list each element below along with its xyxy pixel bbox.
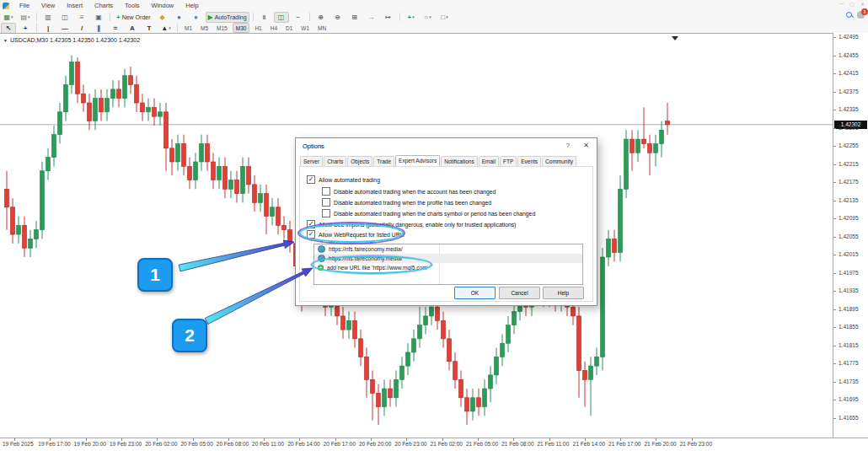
timeframe-mn[interactable]: MN (314, 23, 330, 33)
ok-button[interactable]: OK (454, 287, 496, 299)
tab-expert-advisors[interactable]: Expert Advisors (395, 155, 440, 166)
time-axis-label: 20 Feb 20:00 (359, 441, 391, 447)
step-label-2: 2 (172, 319, 207, 352)
candle (158, 103, 163, 126)
tab-trade[interactable]: Trade (373, 156, 394, 166)
menu-insert[interactable]: Insert (61, 2, 88, 9)
dialog-close-icon[interactable]: ✕ (583, 142, 589, 149)
checkbox-unchecked[interactable] (322, 187, 330, 196)
zoom-in-button[interactable]: ⊕ (313, 12, 329, 23)
menu-help[interactable]: Help (179, 2, 204, 9)
cursor-button[interactable]: ↖ (1, 23, 16, 34)
tab-server[interactable]: Server (300, 156, 323, 166)
checkbox-unchecked[interactable] (322, 198, 330, 207)
toolbar-separator (36, 13, 37, 21)
timeframe-m30[interactable]: M30 (233, 23, 250, 33)
url-list-item[interactable]: https://nfs.faireconomy.media/ (314, 244, 582, 254)
candle (123, 69, 127, 108)
strategy-tester-button[interactable]: ● (172, 12, 187, 23)
horizontal-line-button[interactable]: — (57, 23, 72, 34)
close-icon[interactable]: ✕ (860, 1, 865, 7)
timeframe-m5[interactable]: M5 (197, 23, 212, 33)
terminal-button[interactable]: ▣ (91, 12, 106, 23)
menu-view[interactable]: View (35, 2, 61, 9)
new-order-button[interactable]: +New Order (114, 12, 153, 23)
chart-shift-button[interactable]: ↦ (381, 12, 396, 23)
candle (265, 185, 269, 234)
tab-objects[interactable]: Objects (347, 156, 372, 166)
help-button[interactable]: Help (543, 287, 584, 299)
community-button[interactable]: ● (189, 12, 204, 23)
vertical-line-button[interactable]: | (40, 23, 56, 34)
dialog-title-bar[interactable]: Options ? ✕ (296, 138, 597, 153)
candle (105, 89, 110, 121)
label-button[interactable]: T (142, 23, 157, 34)
candle (241, 158, 245, 203)
tab-ftp[interactable]: FTP (500, 156, 517, 166)
candlestick-chart-button[interactable]: ◫ (274, 12, 289, 23)
candle (99, 89, 104, 121)
checkbox-checked[interactable]: ✓ (307, 175, 315, 184)
minimize-icon[interactable]: — (839, 1, 844, 7)
navigator-button[interactable]: ≡ (74, 12, 89, 23)
menu-file[interactable]: File (13, 2, 35, 9)
search-bell-area: 1 (846, 11, 865, 19)
text-button[interactable]: A (125, 23, 140, 34)
templates-button[interactable]: □▾ (437, 12, 453, 23)
auto-scroll-button[interactable]: → (364, 12, 379, 23)
menu-charts[interactable]: Charts (88, 2, 119, 9)
shapes-button[interactable]: ▲▾ (158, 23, 174, 34)
dialog-help-button[interactable]: ? (566, 142, 570, 149)
profiles-button[interactable]: ▤▾ (18, 12, 33, 23)
fibonacci-button[interactable]: ≈ (108, 23, 123, 34)
auto-scroll-icon: → (368, 13, 375, 21)
menu-tools[interactable]: Tools (119, 2, 146, 9)
tab-email[interactable]: Email (479, 156, 499, 166)
candle (453, 352, 458, 389)
new-chart-button[interactable]: ▦▾ (1, 12, 16, 23)
checkbox-unchecked[interactable] (322, 209, 330, 217)
dropdown-arrow-icon: ▾ (429, 14, 431, 19)
candle (282, 217, 287, 239)
data-window-button[interactable]: ◫ (57, 12, 72, 23)
timeframe-d1[interactable]: D1 (282, 23, 296, 33)
periods-button[interactable]: ○▾ (421, 12, 436, 23)
tile-windows-button[interactable]: ⊞ (347, 12, 362, 23)
search-icon[interactable] (846, 12, 853, 19)
trendline-button[interactable]: / (74, 23, 89, 34)
autotrading-button[interactable]: ▶AutoTrading (206, 12, 249, 23)
zoom-out-icon: ⊖ (335, 13, 340, 21)
market-watch-button[interactable]: ▥ (40, 12, 56, 23)
tab-community[interactable]: Community (542, 156, 576, 166)
channel-button[interactable]: ∥ (91, 23, 106, 34)
candle (52, 126, 56, 166)
symbol-collapse-arrow[interactable]: ▼ (3, 38, 8, 43)
time-axis[interactable]: 19 Feb 202519 Feb 17:0019 Feb 20:0019 Fe… (0, 438, 868, 451)
price-axis[interactable]: 1.42302 1.424951.424551.424151.423751.42… (833, 33, 868, 437)
metaeditor-button[interactable]: ◆ (155, 12, 170, 23)
line-chart-button[interactable]: ~ (291, 12, 306, 23)
tab-charts[interactable]: Charts (324, 156, 346, 166)
toolbar-separator (36, 24, 37, 32)
menu-window[interactable]: Window (146, 2, 180, 9)
candle (642, 107, 646, 148)
notifications-bell-icon[interactable]: 1 (857, 11, 865, 19)
toolbar-separator (309, 13, 310, 21)
timeframe-m15[interactable]: M15 (213, 23, 231, 33)
indicators-button[interactable]: +▾ (404, 12, 419, 23)
time-axis-label: 20 Feb 05:00 (181, 441, 213, 447)
restore-icon[interactable]: ▢ (849, 1, 855, 7)
cancel-button[interactable]: Cancel (499, 287, 540, 299)
bar-chart-button[interactable]: ‖ (257, 12, 272, 23)
zoom-in-icon: ⊕ (318, 13, 324, 21)
tab-events[interactable]: Events (517, 156, 541, 166)
label-icon: T (147, 24, 152, 32)
crosshair-button[interactable]: + (18, 23, 33, 34)
timeframe-m1[interactable]: M1 (181, 23, 196, 33)
tab-notifications[interactable]: Notifications (441, 156, 477, 166)
zoom-out-button[interactable]: ⊖ (330, 12, 346, 23)
timeframe-h1[interactable]: H1 (251, 23, 265, 33)
candle (495, 348, 499, 384)
timeframe-h4[interactable]: H4 (267, 23, 281, 33)
timeframe-w1[interactable]: W1 (297, 23, 313, 33)
